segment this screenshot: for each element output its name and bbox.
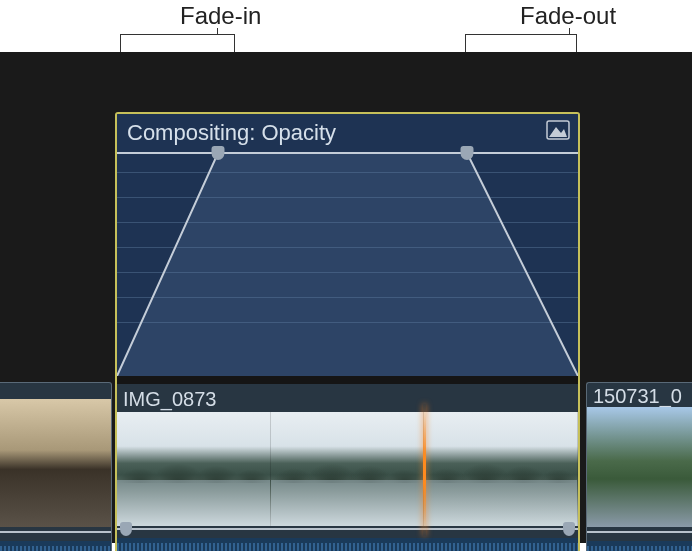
thumbnail-row <box>117 412 578 526</box>
fade-in-label: Fade-in <box>180 2 261 30</box>
adjacent-clip-right[interactable]: 150731_0 <box>586 382 692 551</box>
opacity-curve[interactable] <box>117 114 578 376</box>
clip-name: 150731_0 <box>593 385 682 408</box>
opacity-line[interactable] <box>587 531 692 533</box>
overlay-icon[interactable] <box>546 120 570 144</box>
fade-out-handle[interactable] <box>563 522 575 536</box>
clip-thumbnail <box>587 407 692 527</box>
video-strip[interactable]: IMG_0873 <box>117 384 578 551</box>
fade-in-keyframe[interactable] <box>212 146 225 160</box>
fade-out-keyframe[interactable] <box>461 146 474 160</box>
audio-waveform <box>117 538 578 551</box>
compositing-title: Compositing: Opacity <box>127 120 336 146</box>
audio-waveform <box>0 541 111 551</box>
opacity-line[interactable] <box>0 531 111 533</box>
fade-out-label: Fade-out <box>520 2 616 30</box>
clip-thumbnail <box>0 399 111 527</box>
clip-name: IMG_0873 <box>123 388 216 411</box>
adjacent-clip-left[interactable] <box>0 382 112 551</box>
opacity-line[interactable] <box>117 528 578 530</box>
compositing-panel: Compositing: Opacity <box>117 114 578 376</box>
selected-clip[interactable]: Compositing: Opacity IMG_0873 <box>115 112 580 551</box>
panel-divider <box>117 376 578 384</box>
audio-waveform <box>587 541 692 551</box>
fade-in-handle[interactable] <box>120 522 132 536</box>
timeline[interactable]: Compositing: Opacity IMG_0873 <box>0 52 692 543</box>
